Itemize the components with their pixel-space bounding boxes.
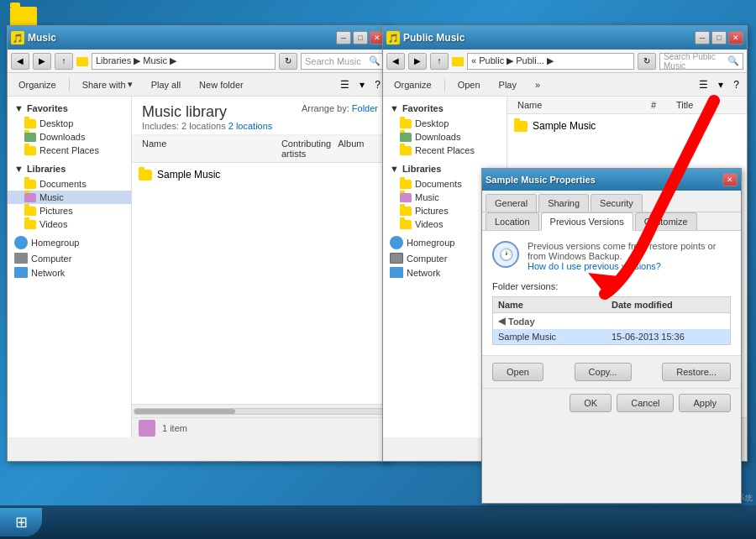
share-btn-music[interactable]: Share with ▾ [75, 76, 140, 92]
new-folder-btn-music[interactable]: New folder [192, 77, 251, 92]
view-options-public[interactable]: ▾ [714, 76, 727, 93]
sidebar-item-videos-music[interactable]: Videos [8, 217, 131, 231]
folder-icon-address [76, 57, 88, 66]
play-all-btn-music[interactable]: Play all [144, 77, 188, 92]
search-box-public[interactable]: Search Public Music 🔍 [659, 53, 743, 70]
sidebar-item-pictures-music[interactable]: Pictures [8, 204, 131, 217]
sidebar-item-computer-music[interactable]: Computer [8, 251, 131, 265]
props-tabs-bar: General Sharing Security [482, 191, 741, 212]
forward-btn-public[interactable]: ▶ [408, 53, 427, 70]
sidebar-item-downloads-music[interactable]: Downloads [8, 130, 131, 144]
props-help-link[interactable]: How do I use previous versions? [528, 261, 661, 271]
address-bar-public: ◀ ▶ ↑ « Public ▶ Publi... ▶ ↻ Search Pub… [383, 50, 747, 73]
sidebar-item-desktop-public[interactable]: Desktop [383, 117, 507, 130]
start-button[interactable]: ⊞ [0, 508, 42, 536]
col-name-public[interactable]: Name [514, 98, 648, 112]
status-icon-music [139, 420, 155, 437]
sidebar-item-documents-music[interactable]: Documents [8, 177, 131, 191]
refresh-btn-music[interactable]: ↻ [279, 53, 297, 70]
status-bar-music: 1 item [132, 417, 388, 437]
title-bar-music: 🎵 Music ─ □ ✕ [8, 26, 388, 50]
favorites-header-public[interactable]: ▼ Favorites [383, 100, 507, 117]
libraries-header-music[interactable]: ▼ Libraries [8, 160, 131, 177]
col-name-music[interactable]: Name [139, 137, 278, 160]
play-btn-public[interactable]: Play [491, 77, 524, 92]
window-title-music: Music [28, 32, 56, 44]
col-contributing-music[interactable]: Contributing artists [278, 137, 334, 160]
props-action-buttons: Open Copy... Restore... [482, 355, 741, 388]
library-subtitle-music: Includes: 2 locations 2 locations [142, 121, 378, 131]
tab-sharing[interactable]: Sharing [538, 194, 589, 212]
file-list-music: Sample Music [132, 163, 388, 186]
tab-location[interactable]: Location [486, 212, 539, 230]
apply-btn-props[interactable]: Apply [679, 394, 731, 412]
file-item-sample-public[interactable]: Sample Music [507, 118, 747, 134]
address-path-public[interactable]: « Public ▶ Publi... ▶ [467, 53, 634, 70]
copy-version-btn[interactable]: Copy... [575, 363, 632, 381]
props-content-area: 🕐 Previous versions come from restore po… [482, 231, 741, 355]
organize-btn-public[interactable]: Organize [386, 77, 439, 92]
status-text-music: 1 item [162, 423, 187, 433]
col-album-music[interactable]: Album [334, 137, 381, 160]
help-btn-public[interactable]: ? [729, 76, 743, 93]
title-bar-public: 🎵 Public Music ─ □ ✕ [383, 26, 747, 50]
toolbar-public: Organize Open Play » ☰ ▾ ? [383, 73, 747, 97]
sidebar-music: ▼ Favorites Desktop Downloads Recent Pla… [8, 97, 132, 437]
address-path-music[interactable]: Libraries ▶ Music ▶ [92, 53, 276, 70]
refresh-btn-public[interactable]: ↻ [638, 53, 656, 70]
file-item-sample-music[interactable]: Sample Music [132, 166, 388, 183]
sidebar-item-music-music[interactable]: Music [8, 191, 131, 204]
sidebar-item-network-music[interactable]: Network [8, 265, 131, 280]
restore-version-btn[interactable]: Restore... [662, 363, 731, 381]
open-version-btn[interactable]: Open [492, 363, 543, 381]
props-clock-icon: 🕐 [492, 241, 519, 268]
tab-general[interactable]: General [486, 194, 537, 212]
column-headers-public: Name # Title [507, 97, 747, 114]
arrange-by-music: Arrange by: Folder [302, 103, 378, 113]
versions-row-0[interactable]: Sample Music 15-06-2013 15:36 [493, 329, 730, 344]
sidebar-item-desktop-music[interactable]: Desktop [8, 117, 131, 130]
window-music-library: 🎵 Music ─ □ ✕ ◀ ▶ ↑ Libraries ▶ Music ▶ … [7, 25, 389, 462]
up-btn-music[interactable]: ↑ [55, 53, 73, 70]
search-box-music[interactable]: Search Music 🔍 [301, 53, 385, 70]
close-btn-public[interactable]: ✕ [728, 31, 743, 44]
organize-btn-music[interactable]: Organize [11, 77, 64, 92]
folder-versions-label: Folder versions: [492, 281, 731, 291]
view-toggle-public[interactable]: ☰ [695, 76, 712, 93]
col-hash-public[interactable]: # [648, 98, 673, 112]
main-content-music: Music library Arrange by: Folder Include… [132, 97, 388, 437]
sidebar-item-homegroup-music[interactable]: Homegroup [8, 234, 131, 251]
sidebar-item-downloads-public[interactable]: Downloads [383, 130, 507, 144]
sidebar-item-recent-music[interactable]: Recent Places [8, 144, 131, 157]
props-tabs-bar2: Location Previous Versions Customize [482, 212, 741, 231]
props-info-text: Previous versions come from restore poin… [528, 241, 731, 261]
dialog-bottom-buttons: OK Cancel Apply [482, 388, 741, 417]
minimize-btn-public[interactable]: ─ [695, 31, 710, 44]
maximize-btn-music[interactable]: □ [353, 31, 368, 44]
view-toggle-music[interactable]: ☰ [336, 76, 354, 93]
library-title-music: Music library [142, 103, 227, 120]
col-title-public[interactable]: Title [673, 98, 740, 112]
back-btn-public[interactable]: ◀ [386, 53, 405, 70]
up-btn-public[interactable]: ↑ [430, 53, 449, 70]
maximize-btn-public[interactable]: □ [711, 31, 727, 44]
cancel-btn-props[interactable]: Cancel [617, 394, 674, 412]
tab-previous-versions[interactable]: Previous Versions [541, 212, 633, 231]
minimize-btn-music[interactable]: ─ [336, 31, 351, 44]
scrollbar-music[interactable] [132, 404, 388, 417]
ok-btn-props[interactable]: OK [570, 394, 612, 412]
view-options-music[interactable]: ▾ [355, 76, 369, 93]
window-icon-music: 🎵 [11, 31, 24, 44]
forward-btn-music[interactable]: ▶ [33, 53, 51, 70]
close-btn-props[interactable]: ✕ [722, 173, 738, 186]
versions-table: Name Date modified ◀ Today Sample Music … [492, 296, 731, 345]
tab-security[interactable]: Security [591, 194, 643, 212]
favorites-header-music[interactable]: ▼ Favorites [8, 100, 131, 117]
tab-customize[interactable]: Customize [635, 212, 697, 230]
column-headers-music: Name Contributing artists Album [132, 135, 388, 163]
back-btn-music[interactable]: ◀ [11, 53, 29, 70]
sidebar-item-recent-public[interactable]: Recent Places [383, 144, 507, 157]
more-btn-public[interactable]: » [528, 77, 548, 92]
title-bar-props: Sample Music Properties ✕ [482, 169, 741, 191]
open-btn-public[interactable]: Open [450, 77, 488, 92]
